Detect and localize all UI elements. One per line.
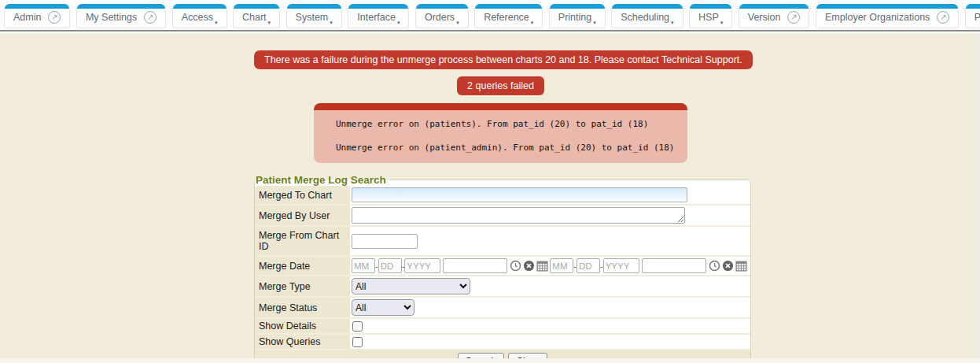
merge-status-select[interactable]: All <box>352 299 414 316</box>
field-label: Merged By User <box>255 206 350 225</box>
form-row-show-details: Show Details <box>255 319 750 335</box>
error-details-header-bar <box>314 103 687 110</box>
tab-label: Interface <box>357 12 396 23</box>
field-label: Show Details <box>255 319 350 333</box>
patient-merge-log-search-form: Patient Merge Log Search Merged To Chart… <box>254 174 751 363</box>
tab-provider-management[interactable]: Provider Management ↗ <box>965 4 980 28</box>
bottom-edge-strip <box>0 358 980 363</box>
center-column: There was a failure during the unmerge p… <box>254 50 747 363</box>
tab-hsp[interactable]: HSP ▾ <box>689 4 732 28</box>
external-link-icon: ↗ <box>48 11 61 24</box>
day-input[interactable] <box>577 258 600 273</box>
content-area: There was a failure during the unmerge p… <box>0 33 980 363</box>
tab-label: Employer Organizations <box>825 12 930 23</box>
form-row-merge-from-chart-id: Merge From Chart ID <box>255 227 750 257</box>
error-detail-line: Unmerge error on (patient_admin). From p… <box>336 143 680 153</box>
error-details-body: Unmerge error on (patients). From pat_id… <box>314 110 687 163</box>
external-link-icon: ↗ <box>937 11 949 24</box>
tab-label: Admin <box>13 12 41 23</box>
badge-wrap: 2 queries failed <box>254 76 747 95</box>
right-edge-strip <box>974 33 980 363</box>
tab-system[interactable]: System ▾ <box>286 4 342 28</box>
dropdown-caret-icon: ▾ <box>456 20 459 26</box>
day-input[interactable] <box>378 258 402 273</box>
queries-failed-badge[interactable]: 2 queries failed <box>457 76 544 95</box>
dropdown-caret-icon: ▾ <box>671 20 674 26</box>
field-label: Show Queries <box>255 335 350 349</box>
dropdown-caret-icon: ▾ <box>593 20 596 26</box>
external-link-icon: ↗ <box>787 11 800 24</box>
tab-label: Access <box>182 12 213 23</box>
dropdown-caret-icon: ▾ <box>330 20 333 26</box>
merge-from-chart-id-input[interactable] <box>352 234 418 249</box>
year-input[interactable] <box>603 258 639 273</box>
tab-admin[interactable]: Admin ↗ <box>4 4 70 28</box>
tab-label: Version <box>748 12 781 23</box>
tab-bar: Admin ↗ My Settings ↗ Access ▾ Chart ▾ S… <box>0 0 980 31</box>
dropdown-caret-icon: ▾ <box>215 20 218 26</box>
tab-label: Scheduling <box>621 12 669 23</box>
merge-type-select[interactable]: All <box>352 278 470 294</box>
tab-my-settings[interactable]: My Settings ↗ <box>76 4 166 28</box>
tab-reference[interactable]: Reference ▾ <box>474 4 543 28</box>
form-title: Patient Merge Log Search <box>255 174 389 186</box>
show-queries-checkbox[interactable] <box>352 337 363 347</box>
tab-printing[interactable]: Printing ▾ <box>549 4 606 28</box>
form-row-merge-status: Merge Status All <box>255 298 750 319</box>
clear-date-icon[interactable] <box>523 260 535 272</box>
month-input[interactable] <box>550 258 573 273</box>
error-details-box: Unmerge error on (patients). From pat_id… <box>314 103 687 163</box>
form-row-show-queries: Show Queries <box>255 335 750 350</box>
tab-access[interactable]: Access ▾ <box>172 4 227 28</box>
tab-version[interactable]: Version ↗ <box>739 4 810 28</box>
tab-label: Orders <box>425 12 455 23</box>
merged-to-chart-input[interactable] <box>352 187 687 202</box>
external-link-icon: ↗ <box>144 11 157 24</box>
merge-date-to-group: - - <box>550 258 748 273</box>
tab-label: Printing <box>558 12 591 23</box>
clear-date-icon[interactable] <box>722 260 734 272</box>
tab-label: HSP <box>698 12 719 23</box>
tab-label: Chart <box>242 12 267 23</box>
calendar-icon[interactable] <box>536 260 548 272</box>
clock-icon[interactable] <box>510 260 521 272</box>
tab-scheduling[interactable]: Scheduling ▾ <box>611 4 683 28</box>
merge-date-from-group: - - <box>352 258 550 273</box>
tab-orders[interactable]: Orders ▾ <box>415 4 469 28</box>
tab-chart[interactable]: Chart ▾ <box>233 4 280 28</box>
tab-label: Reference <box>484 12 529 23</box>
month-input[interactable] <box>352 258 375 273</box>
form-row-merged-by-user: Merged By User <box>255 206 750 227</box>
page: Admin ↗ My Settings ↗ Access ▾ Chart ▾ S… <box>0 0 980 363</box>
error-detail-line: Unmerge error on (patients). From pat_id… <box>336 119 680 129</box>
tab-label: Provider Management <box>974 12 980 23</box>
tab-label: System <box>296 12 329 23</box>
field-label: Merge Type <box>255 276 350 296</box>
field-label: Merge Date <box>255 257 350 275</box>
tab-interface[interactable]: Interface ▾ <box>348 4 409 28</box>
dropdown-caret-icon: ▾ <box>268 20 271 26</box>
tab-employer-organizations[interactable]: Employer Organizations ↗ <box>816 4 959 28</box>
tab-label: My Settings <box>86 12 137 23</box>
field-label: Merged To Chart <box>255 186 350 204</box>
field-label: Merge Status <box>255 298 350 317</box>
merged-by-user-textarea[interactable] <box>352 207 685 224</box>
time-input[interactable] <box>443 258 507 273</box>
form-row-merge-date: Merge Date - - <box>255 257 750 276</box>
calendar-icon[interactable] <box>735 260 747 272</box>
show-details-checkbox[interactable] <box>352 321 363 332</box>
form-row-merge-type: Merge Type All <box>255 276 750 298</box>
form-row-merged-to-chart: Merged To Chart <box>255 186 750 206</box>
clock-icon[interactable] <box>709 260 720 272</box>
dropdown-caret-icon: ▾ <box>720 20 724 26</box>
dropdown-caret-icon: ▾ <box>397 20 400 26</box>
dropdown-caret-icon: ▾ <box>531 20 534 26</box>
year-input[interactable] <box>404 258 440 273</box>
error-banner: There was a failure during the unmerge p… <box>254 50 753 69</box>
field-label: Merge From Chart ID <box>255 227 350 255</box>
time-input[interactable] <box>642 258 706 273</box>
